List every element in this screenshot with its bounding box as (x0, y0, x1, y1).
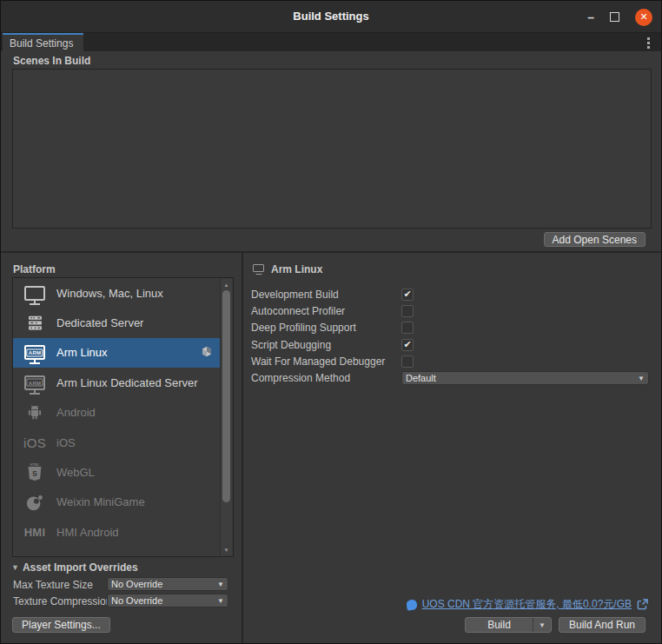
option-compression-method: Compression Method Default ▼ (251, 369, 649, 386)
scrollbar-thumb[interactable] (222, 290, 230, 502)
foldout-triangle-icon: ▼ (11, 563, 19, 572)
platform-item-hmi-android[interactable]: HMI HMI Android (13, 517, 220, 547)
kebab-menu-icon[interactable] (642, 36, 654, 50)
maximize-icon[interactable] (610, 12, 619, 22)
player-settings-button[interactable]: Player Settings... (12, 617, 110, 633)
platform-label: Platform (13, 263, 56, 276)
platform-item-partial[interactable] (13, 548, 220, 556)
ios-text-icon: iOS (20, 435, 50, 450)
svg-text:5: 5 (32, 468, 37, 478)
asset-import-overrides-header[interactable]: ▼ Asset Import Overrides (11, 561, 138, 574)
scenes-list[interactable] (12, 69, 652, 229)
uos-logo-icon (406, 599, 418, 611)
build-settings-window: Build Settings – ✕ Build Settings Scenes… (0, 0, 662, 644)
platform-item-ios[interactable]: iOS iOS (13, 428, 220, 457)
build-buttons: Build ▼ Build And Run (465, 617, 645, 633)
platform-item-android[interactable]: Android (13, 398, 220, 428)
platform-item-dedicated-server[interactable]: Dedicated Server (13, 308, 220, 337)
android-icon (20, 403, 50, 422)
add-open-scenes-button[interactable]: Add Open Scenes (544, 232, 645, 247)
tab-strip: Build Settings (1, 33, 661, 51)
window-controls: – ✕ (587, 1, 652, 33)
platform-item-webgl[interactable]: HTML5 WebGL (13, 457, 220, 487)
texture-compression-label: Texture Compression (13, 595, 111, 607)
tab-build-settings[interactable]: Build Settings (3, 33, 83, 51)
html5-icon: HTML5 (20, 462, 50, 482)
scroll-down-icon[interactable]: ▼ (221, 545, 232, 554)
platform-item-arm-linux-dedicated-server[interactable]: ARM Arm Linux Dedicated Server (13, 368, 220, 397)
arm-monitor-icon: ARM (20, 345, 50, 360)
script-debugging-checkbox[interactable]: ✔ (401, 339, 414, 351)
titlebar: Build Settings – ✕ (1, 1, 661, 33)
hmi-text-icon: HMI (20, 526, 50, 539)
platform-list: Windows, Mac, Linux Dedicated Server ARM… (12, 277, 234, 557)
scroll-up-icon[interactable]: ▲ (221, 280, 232, 289)
server-icon (20, 314, 50, 332)
selected-platform-header: Arm Linux (253, 263, 322, 276)
chevron-down-icon: ▼ (217, 581, 224, 588)
max-texture-size-label: Max Texture Size (13, 579, 93, 591)
deep-profiling-support-checkbox[interactable]: ✔ (401, 322, 414, 334)
texture-compression-dropdown[interactable]: No Override ▼ (107, 594, 228, 607)
option-development-build: Development Build ✔ (251, 286, 649, 302)
vertical-divider (242, 253, 243, 643)
horizontal-divider (1, 251, 661, 253)
chevron-down-icon: ▼ (638, 375, 645, 382)
wait-for-managed-debugger-checkbox[interactable]: ✔ (401, 355, 414, 368)
autoconnect-profiler-checkbox[interactable]: ✔ (401, 305, 414, 317)
platform-item-weixin-minigame[interactable]: Weixin MiniGame (13, 488, 220, 517)
monitor-icon (20, 286, 50, 301)
chevron-down-icon: ▼ (217, 597, 224, 605)
arm-monitor-icon: ARM (20, 375, 50, 390)
external-link-icon[interactable] (637, 599, 648, 610)
option-deep-profiling-support: Deep Profiling Support ✔ (251, 320, 649, 336)
platform-item-windows-mac-linux[interactable]: Windows, Mac, Linux (13, 278, 220, 308)
minimize-icon[interactable]: – (587, 11, 594, 23)
build-button[interactable]: Build ▼ (465, 617, 552, 633)
platform-scrollbar[interactable]: ▲ ▼ (220, 279, 232, 555)
scenes-in-build-label: Scenes In Build (13, 55, 90, 67)
tab-label: Build Settings (10, 37, 73, 50)
uos-cdn-row: UOS CDN 官方资源托管服务, 最低0.0?元/GB (407, 597, 648, 612)
max-texture-size-dropdown[interactable]: No Override ▼ (107, 577, 228, 591)
option-autoconnect-profiler: Autoconnect Profiler ✔ (251, 302, 649, 319)
uos-cdn-link[interactable]: UOS CDN 官方资源托管服务, 最低0.0?元/GB (422, 597, 632, 612)
build-and-run-button[interactable]: Build And Run (559, 617, 645, 633)
weixin-icon (20, 493, 50, 512)
monitor-icon (253, 264, 264, 272)
svg-text:HTML: HTML (30, 463, 40, 467)
compression-method-dropdown[interactable]: Default ▼ (401, 371, 649, 385)
close-icon[interactable]: ✕ (635, 9, 652, 26)
development-build-checkbox[interactable]: ✔ (401, 289, 414, 301)
unity-cube-icon (201, 345, 213, 360)
platform-item-arm-linux[interactable]: ARM Arm Linux (13, 338, 220, 368)
build-dropdown-icon[interactable]: ▼ (533, 621, 551, 629)
window-title: Build Settings (1, 10, 661, 23)
option-wait-for-managed-debugger: Wait For Managed Debugger ✔ (251, 353, 649, 369)
build-options: Development Build ✔ Autoconnect Profiler… (251, 286, 649, 387)
option-script-debugging: Script Debugging ✔ (251, 336, 649, 353)
